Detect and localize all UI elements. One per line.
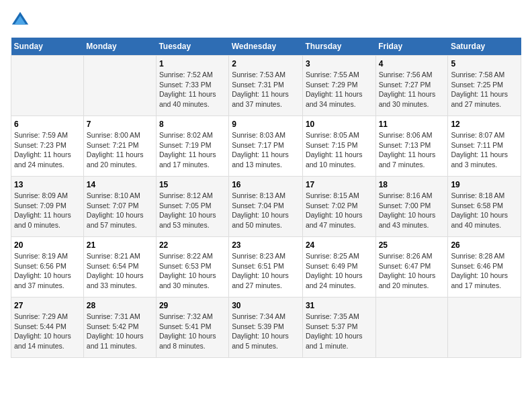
day-info: Sunrise: 7:52 AMSunset: 7:33 PMDaylight:… <box>159 70 226 109</box>
calendar-week-row: 1Sunrise: 7:52 AMSunset: 7:33 PMDaylight… <box>11 56 521 116</box>
day-number: 13 <box>14 180 81 189</box>
day-number: 22 <box>159 240 226 250</box>
day-number: 23 <box>232 240 300 250</box>
calendar-cell: 2Sunrise: 7:53 AMSunset: 7:31 PMDaylight… <box>229 56 303 116</box>
calendar-cell: 11Sunrise: 8:06 AMSunset: 7:13 PMDayligh… <box>375 116 448 177</box>
day-number: 24 <box>306 240 373 250</box>
calendar-cell: 1Sunrise: 7:52 AMSunset: 7:33 PMDaylight… <box>156 56 228 116</box>
day-number: 31 <box>306 301 373 310</box>
calendar-cell: 10Sunrise: 8:05 AMSunset: 7:15 PMDayligh… <box>302 116 375 177</box>
day-number: 10 <box>306 120 373 129</box>
calendar-cell: 15Sunrise: 8:12 AMSunset: 7:05 PMDayligh… <box>156 177 228 237</box>
day-number: 17 <box>306 180 373 189</box>
day-number: 12 <box>451 120 518 129</box>
column-header-wednesday: Wednesday <box>229 38 303 56</box>
day-number: 21 <box>87 240 153 250</box>
calendar-cell: 3Sunrise: 7:55 AMSunset: 7:29 PMDaylight… <box>302 56 375 116</box>
column-header-sunday: Sunday <box>11 38 84 56</box>
day-info: Sunrise: 8:09 AMSunset: 7:09 PMDaylight:… <box>14 191 81 230</box>
calendar-week-row: 6Sunrise: 7:59 AMSunset: 7:23 PMDaylight… <box>11 116 521 177</box>
day-number: 29 <box>159 301 226 310</box>
calendar-week-row: 13Sunrise: 8:09 AMSunset: 7:09 PMDayligh… <box>11 177 521 237</box>
day-info: Sunrise: 8:03 AMSunset: 7:17 PMDaylight:… <box>232 130 300 170</box>
day-info: Sunrise: 8:22 AMSunset: 6:53 PMDaylight:… <box>159 251 226 291</box>
column-header-thursday: Thursday <box>302 38 375 56</box>
calendar-cell: 6Sunrise: 7:59 AMSunset: 7:23 PMDaylight… <box>11 116 84 177</box>
calendar-header-row: SundayMondayTuesdayWednesdayThursdayFrid… <box>11 38 521 56</box>
calendar-cell <box>83 56 156 116</box>
day-number: 20 <box>14 240 81 250</box>
calendar-cell: 23Sunrise: 8:23 AMSunset: 6:51 PMDayligh… <box>229 237 303 298</box>
calendar-cell: 14Sunrise: 8:10 AMSunset: 7:07 PMDayligh… <box>83 177 156 237</box>
day-info: Sunrise: 8:16 AMSunset: 7:00 PMDaylight:… <box>379 191 445 230</box>
calendar-cell <box>375 298 448 358</box>
calendar-cell: 18Sunrise: 8:16 AMSunset: 7:00 PMDayligh… <box>375 177 448 237</box>
column-header-monday: Monday <box>83 38 156 56</box>
calendar-cell: 9Sunrise: 8:03 AMSunset: 7:17 PMDaylight… <box>229 116 303 177</box>
day-info: Sunrise: 8:25 AMSunset: 6:49 PMDaylight:… <box>306 251 373 291</box>
calendar-cell: 17Sunrise: 8:15 AMSunset: 7:02 PMDayligh… <box>302 177 375 237</box>
day-number: 19 <box>451 180 518 189</box>
day-info: Sunrise: 8:06 AMSunset: 7:13 PMDaylight:… <box>379 130 445 170</box>
day-number: 16 <box>232 180 300 189</box>
day-info: Sunrise: 7:32 AMSunset: 5:41 PMDaylight:… <box>159 312 226 351</box>
calendar-cell: 31Sunrise: 7:35 AMSunset: 5:37 PMDayligh… <box>302 298 375 358</box>
column-header-friday: Friday <box>375 38 448 56</box>
calendar-cell: 26Sunrise: 8:28 AMSunset: 6:46 PMDayligh… <box>448 237 521 298</box>
day-number: 15 <box>159 180 226 189</box>
day-info: Sunrise: 7:35 AMSunset: 5:37 PMDaylight:… <box>306 312 373 351</box>
day-info: Sunrise: 7:29 AMSunset: 5:44 PMDaylight:… <box>14 312 81 351</box>
day-info: Sunrise: 7:59 AMSunset: 7:23 PMDaylight:… <box>14 130 81 170</box>
day-info: Sunrise: 8:26 AMSunset: 6:47 PMDaylight:… <box>379 251 445 291</box>
day-number: 11 <box>379 120 445 129</box>
day-info: Sunrise: 7:31 AMSunset: 5:42 PMDaylight:… <box>87 312 153 351</box>
calendar-cell: 28Sunrise: 7:31 AMSunset: 5:42 PMDayligh… <box>83 298 156 358</box>
day-info: Sunrise: 7:56 AMSunset: 7:27 PMDaylight:… <box>379 70 445 109</box>
day-info: Sunrise: 8:18 AMSunset: 6:58 PMDaylight:… <box>451 191 518 230</box>
calendar-cell: 16Sunrise: 8:13 AMSunset: 7:04 PMDayligh… <box>229 177 303 237</box>
day-number: 14 <box>87 180 153 189</box>
day-info: Sunrise: 8:07 AMSunset: 7:11 PMDaylight:… <box>451 130 518 170</box>
day-info: Sunrise: 7:55 AMSunset: 7:29 PMDaylight:… <box>306 70 373 109</box>
logo <box>11 11 32 30</box>
day-info: Sunrise: 8:02 AMSunset: 7:19 PMDaylight:… <box>159 130 226 170</box>
day-number: 27 <box>14 301 81 310</box>
day-number: 30 <box>232 301 300 310</box>
calendar-cell: 13Sunrise: 8:09 AMSunset: 7:09 PMDayligh… <box>11 177 84 237</box>
calendar-cell: 29Sunrise: 7:32 AMSunset: 5:41 PMDayligh… <box>156 298 228 358</box>
logo-icon <box>11 11 30 30</box>
day-info: Sunrise: 7:53 AMSunset: 7:31 PMDaylight:… <box>232 70 300 109</box>
day-info: Sunrise: 8:13 AMSunset: 7:04 PMDaylight:… <box>232 191 300 230</box>
page-header <box>11 11 521 30</box>
day-number: 6 <box>14 120 81 129</box>
day-info: Sunrise: 8:12 AMSunset: 7:05 PMDaylight:… <box>159 191 226 230</box>
day-info: Sunrise: 8:05 AMSunset: 7:15 PMDaylight:… <box>306 130 373 170</box>
calendar-table: SundayMondayTuesdayWednesdayThursdayFrid… <box>11 38 521 358</box>
day-number: 4 <box>379 59 445 68</box>
day-info: Sunrise: 8:10 AMSunset: 7:07 PMDaylight:… <box>87 191 153 230</box>
calendar-cell: 21Sunrise: 8:21 AMSunset: 6:54 PMDayligh… <box>83 237 156 298</box>
day-info: Sunrise: 8:15 AMSunset: 7:02 PMDaylight:… <box>306 191 373 230</box>
day-number: 28 <box>87 301 153 310</box>
day-number: 2 <box>232 59 300 68</box>
day-info: Sunrise: 8:19 AMSunset: 6:56 PMDaylight:… <box>14 251 81 291</box>
day-number: 8 <box>159 120 226 129</box>
day-info: Sunrise: 8:00 AMSunset: 7:21 PMDaylight:… <box>87 130 153 170</box>
day-number: 18 <box>379 180 445 189</box>
calendar-cell: 24Sunrise: 8:25 AMSunset: 6:49 PMDayligh… <box>302 237 375 298</box>
column-header-tuesday: Tuesday <box>156 38 228 56</box>
calendar-cell <box>448 298 521 358</box>
calendar-cell: 19Sunrise: 8:18 AMSunset: 6:58 PMDayligh… <box>448 177 521 237</box>
day-number: 1 <box>159 59 226 68</box>
calendar-cell: 22Sunrise: 8:22 AMSunset: 6:53 PMDayligh… <box>156 237 228 298</box>
day-number: 26 <box>451 240 518 250</box>
calendar-cell: 8Sunrise: 8:02 AMSunset: 7:19 PMDaylight… <box>156 116 228 177</box>
column-header-saturday: Saturday <box>448 38 521 56</box>
calendar-cell: 25Sunrise: 8:26 AMSunset: 6:47 PMDayligh… <box>375 237 448 298</box>
calendar-week-row: 20Sunrise: 8:19 AMSunset: 6:56 PMDayligh… <box>11 237 521 298</box>
calendar-cell <box>11 56 84 116</box>
calendar-cell: 27Sunrise: 7:29 AMSunset: 5:44 PMDayligh… <box>11 298 84 358</box>
calendar-cell: 12Sunrise: 8:07 AMSunset: 7:11 PMDayligh… <box>448 116 521 177</box>
calendar-cell: 5Sunrise: 7:58 AMSunset: 7:25 PMDaylight… <box>448 56 521 116</box>
day-number: 3 <box>306 59 373 68</box>
